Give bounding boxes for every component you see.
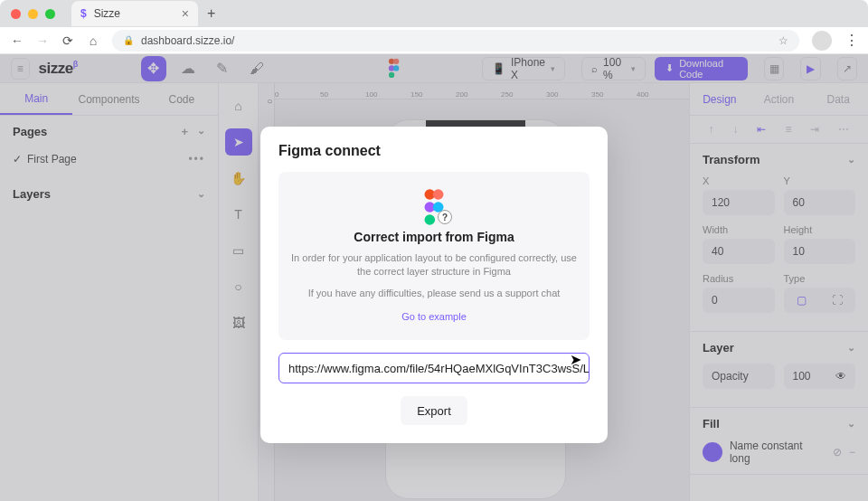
svg-point-9 — [425, 214, 436, 225]
modal-info-box: ? Correct import from Figma In order for… — [278, 172, 590, 340]
tab-title: Sizze — [94, 7, 120, 20]
lock-icon: 🔒 — [123, 35, 134, 45]
browser-tab[interactable]: $ Sizze × — [71, 1, 198, 26]
url-text: dashboard.sizze.io/ — [141, 34, 234, 47]
modal-desc-1: In order for your application layout to … — [291, 251, 577, 279]
bookmark-icon[interactable]: ☆ — [778, 34, 788, 47]
home-button[interactable]: ⌂ — [87, 33, 99, 48]
modal-overlay[interactable]: Figma connect ? Correct import from Figm… — [0, 54, 868, 501]
back-button[interactable]: ← — [11, 33, 24, 48]
svg-point-6 — [433, 189, 444, 200]
browser-tab-bar: $ Sizze × + — [0, 0, 868, 27]
window-controls — [11, 9, 55, 19]
favicon-icon: $ — [80, 7, 87, 20]
reload-button[interactable]: ⟳ — [61, 33, 74, 48]
url-input[interactable]: 🔒 dashboard.sizze.io/ ☆ — [112, 30, 799, 52]
close-window-icon[interactable] — [11, 9, 21, 19]
go-to-example-link[interactable]: Go to example — [401, 311, 467, 322]
maximize-window-icon[interactable] — [45, 9, 55, 19]
address-bar: ← → ⟳ ⌂ 🔒 dashboard.sizze.io/ ☆ ⋮ — [0, 27, 868, 54]
modal-title: Figma connect — [278, 143, 590, 159]
question-badge-icon: ? — [438, 210, 452, 224]
profile-avatar[interactable] — [812, 31, 832, 51]
minimize-window-icon[interactable] — [28, 9, 38, 19]
figma-url-input[interactable]: https://www.figma.com/file/54rHQaeMXlGqV… — [278, 353, 590, 383]
forward-button[interactable]: → — [36, 33, 49, 48]
close-tab-icon[interactable]: × — [182, 6, 189, 21]
export-button[interactable]: Export — [401, 396, 467, 425]
figma-help-icon: ? — [421, 188, 447, 221]
modal-desc-2: If you have any difficulties, please sen… — [291, 287, 577, 300]
modal-heading: Correct import from Figma — [291, 230, 577, 244]
new-tab-button[interactable]: + — [207, 5, 215, 22]
figma-connect-modal: Figma connect ? Correct import from Figm… — [260, 127, 608, 443]
browser-menu-icon[interactable]: ⋮ — [844, 32, 857, 49]
